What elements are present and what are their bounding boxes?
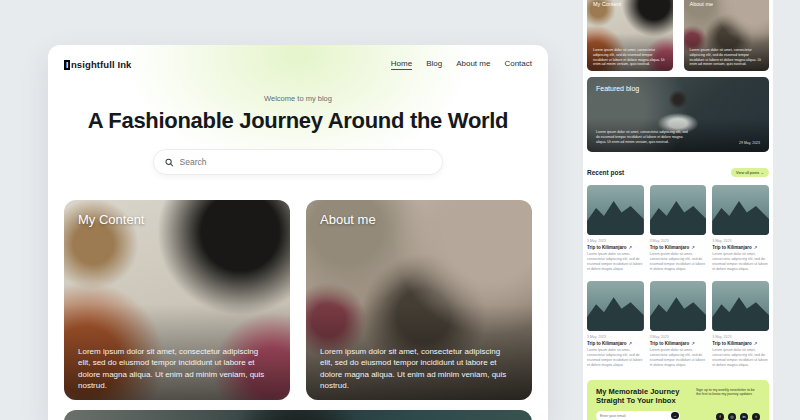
post-title: Trip to Kilimanjaro↗ <box>712 245 769 250</box>
nav-item-about-me[interactable]: About me <box>456 59 490 70</box>
post-card[interactable]: 3 May, 2023 Trip to Kilimanjaro↗ Lorem i… <box>587 185 644 272</box>
post-excerpt: Lorem ipsum dolor sit amet, consectetur … <box>712 252 769 272</box>
post-date: 3 May, 2023 <box>587 335 644 339</box>
facebook-icon[interactable]: f <box>716 413 724 420</box>
post-excerpt: Lorem ipsum dolor sit amet, consectetur … <box>712 348 769 368</box>
post-title: Trip to Kilimanjaro↗ <box>712 341 769 346</box>
my-content-card[interactable]: My Content Lorem ipsum dolor sit amet, c… <box>64 200 290 400</box>
post-excerpt: Lorem ipsum dolor sit amet, consectetur … <box>587 252 644 272</box>
post-image <box>712 281 769 331</box>
search-input[interactable] <box>180 157 431 167</box>
blog-page-preview: Insightfull Ink Home Blog About me Conta… <box>48 45 548 420</box>
card-body: Lorem ipsum dolor sit amet, consectetur … <box>690 48 764 67</box>
newsletter-heading: My Memorable Journey Straight To Your In… <box>596 387 708 406</box>
card-body: Lorem ipsum dolor sit amet, consectetur … <box>78 346 272 391</box>
post-image <box>650 281 707 331</box>
post-date: 3 May, 2023 <box>712 335 769 339</box>
post-image <box>587 185 644 235</box>
featured-blog-card[interactable]: Featured blog Lorem ipsum dolor sit amet… <box>587 77 769 152</box>
recent-posts-heading: Recent post <box>587 169 624 176</box>
search-icon <box>165 158 174 167</box>
logo-text: nsightfull Ink <box>71 59 132 70</box>
featured-blog-image-cropped <box>64 410 532 420</box>
post-card[interactable]: 3 May, 2023 Trip to Kilimanjaro↗ Lorem i… <box>650 185 707 272</box>
twitter-icon[interactable]: t <box>752 413 760 420</box>
my-content-card-mini[interactable]: My Content Lorem ipsum dolor sit amet, c… <box>587 0 673 71</box>
post-excerpt: Lorem ipsum dolor sit amet, consectetur … <box>587 348 644 368</box>
mini-cards-row: My Content Lorem ipsum dolor sit amet, c… <box>587 0 769 71</box>
about-me-card[interactable]: About me Lorem ipsum dolor sit amet, con… <box>306 200 532 400</box>
card-title: About me <box>690 1 714 7</box>
card-title: My Content <box>78 212 144 227</box>
submit-email-button[interactable]: → <box>671 412 679 420</box>
post-title: Trip to Kilimanjaro↗ <box>650 341 707 346</box>
post-title: Trip to Kilimanjaro↗ <box>587 341 644 346</box>
post-card[interactable]: 3 May, 2023 Trip to Kilimanjaro↗ Lorem i… <box>650 281 707 368</box>
nav-item-contact[interactable]: Contact <box>504 59 532 70</box>
external-arrow-icon: ↗ <box>691 245 695 250</box>
external-arrow-icon: ↗ <box>629 341 633 346</box>
recent-posts-grid: 3 May, 2023 Trip to Kilimanjaro↗ Lorem i… <box>587 185 769 369</box>
post-image <box>650 185 707 235</box>
nav-item-blog[interactable]: Blog <box>426 59 442 70</box>
external-arrow-icon: ↗ <box>754 341 758 346</box>
newsletter-banner: My Memorable Journey Straight To Your In… <box>587 380 769 420</box>
welcome-eyebrow: Welcome to my blog <box>48 94 548 103</box>
hero-cards-row: My Content Lorem ipsum dolor sit amet, c… <box>64 200 532 400</box>
linkedin-icon[interactable]: in <box>740 413 748 420</box>
page-title: A Fashionable Journey Around the World <box>48 108 548 134</box>
card-title: About me <box>320 212 376 227</box>
recent-posts-header: Recent post View all posts → <box>587 168 769 177</box>
card-title: My Content <box>593 1 621 7</box>
featured-blog-body: Lorem ipsum dolor sit amet, consectetur … <box>596 130 691 145</box>
social-links: f ◎ in t <box>716 413 760 420</box>
site-header: Insightfull Ink Home Blog About me Conta… <box>48 45 548 70</box>
site-logo[interactable]: Insightfull Ink <box>64 59 131 70</box>
instagram-icon[interactable]: ◎ <box>728 413 736 420</box>
post-excerpt: Lorem ipsum dolor sit amet, consectetur … <box>650 348 707 368</box>
nav-item-home[interactable]: Home <box>391 59 412 70</box>
post-date: 3 May, 2023 <box>650 335 707 339</box>
post-image <box>712 185 769 235</box>
view-all-posts-button[interactable]: View all posts → <box>731 168 769 177</box>
external-arrow-icon: ↗ <box>754 245 758 250</box>
about-me-card-mini[interactable]: About me Lorem ipsum dolor sit amet, con… <box>684 0 770 71</box>
card-body: Lorem ipsum dolor sit amet, consectetur … <box>320 346 514 391</box>
post-image <box>587 281 644 331</box>
page-continuation-panel: My Content Lorem ipsum dolor sit amet, c… <box>583 0 773 420</box>
external-arrow-icon: ↗ <box>629 245 633 250</box>
newsletter-subtext: Sign up to my weekly newsletter to be th… <box>696 388 760 398</box>
email-input[interactable] <box>600 414 671 418</box>
post-excerpt: Lorem ipsum dolor sit amet, consectetur … <box>650 252 707 272</box>
newsletter-form: → <box>596 411 680 420</box>
post-date: 3 May, 2023 <box>712 239 769 243</box>
featured-blog-date: 29 May, 2023 <box>739 141 760 145</box>
card-body: Lorem ipsum dolor sit amet, consectetur … <box>593 48 667 67</box>
search-bar[interactable] <box>153 149 443 175</box>
post-card[interactable]: 3 May, 2023 Trip to Kilimanjaro↗ Lorem i… <box>712 281 769 368</box>
post-date: 3 May, 2023 <box>587 239 644 243</box>
main-nav: Home Blog About me Contact <box>391 59 532 70</box>
post-title: Trip to Kilimanjaro↗ <box>587 245 644 250</box>
post-card[interactable]: 3 May, 2023 Trip to Kilimanjaro↗ Lorem i… <box>587 281 644 368</box>
post-title: Trip to Kilimanjaro↗ <box>650 245 707 250</box>
featured-blog-title: Featured blog <box>596 85 639 92</box>
post-card[interactable]: 3 May, 2023 Trip to Kilimanjaro↗ Lorem i… <box>712 185 769 272</box>
logo-mark-icon: I <box>64 60 70 70</box>
external-arrow-icon: ↗ <box>691 341 695 346</box>
post-date: 3 May, 2023 <box>650 239 707 243</box>
